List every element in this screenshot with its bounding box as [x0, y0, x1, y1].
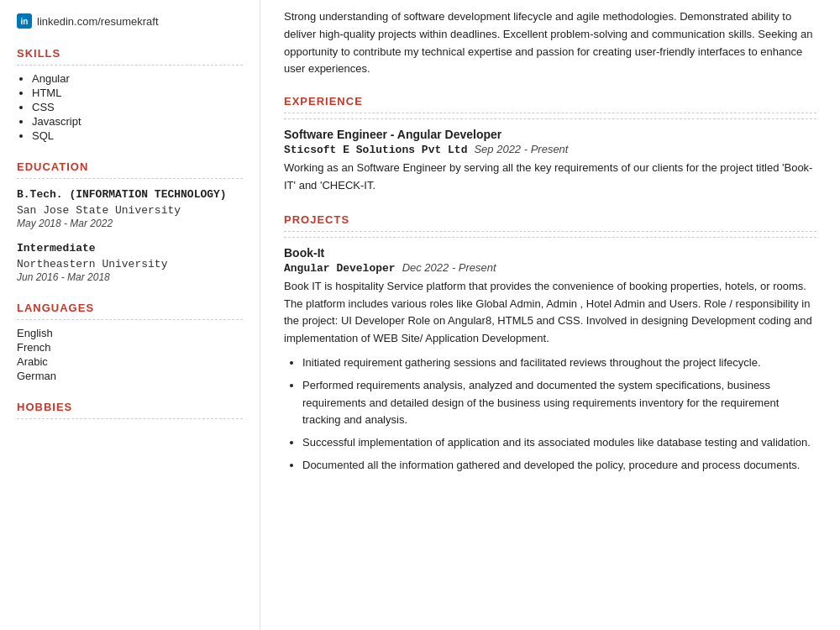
list-item: German [17, 370, 243, 382]
list-item: Documented all the information gathered … [302, 457, 816, 475]
skills-heading: SKILLS [17, 47, 243, 66]
edu-institution: Northeastern University [17, 258, 243, 270]
project-role: Angular Developer [284, 262, 396, 275]
projects-heading: PROJECTS [284, 213, 816, 232]
hobbies-heading: HOBBIES [17, 401, 243, 419]
edu-dates: Jun 2016 - Mar 2018 [17, 271, 243, 283]
edu-dates: May 2018 - Mar 2022 [17, 218, 243, 229]
languages-heading: LANGUAGES [17, 302, 243, 320]
list-item: English [17, 327, 243, 339]
summary-text: Strong understanding of software develop… [284, 8, 816, 78]
divider [284, 237, 816, 238]
education-entry: B.Tech. (INFORMATION TECHNOLOGY) San Jos… [17, 187, 243, 229]
exp-description: Working as an Software Engineer by servi… [284, 160, 816, 195]
project-name: Book-It [284, 246, 816, 260]
sidebar: in linkedin.com/resumekraft SKILLS Angul… [0, 0, 260, 630]
list-item: Angular [32, 72, 243, 85]
education-entry: Intermediate Northeastern University Jun… [17, 241, 243, 283]
project-role-line: Angular Developer Dec 2022 - Present [284, 261, 816, 275]
project-entry: Book-It Angular Developer Dec 2022 - Pre… [284, 246, 816, 475]
list-item: HTML [32, 87, 243, 99]
languages-section: LANGUAGES English French Arabic German [17, 302, 243, 382]
linkedin-row[interactable]: in linkedin.com/resumekraft [17, 13, 243, 29]
list-item: SQL [32, 129, 243, 142]
experience-heading: EXPERIENCE [284, 95, 816, 113]
exp-dates: Sep 2022 - Present [474, 143, 568, 155]
exp-title: Software Engineer - Angular Developer [284, 128, 816, 141]
project-bullets: Initiated requirement gathering sessions… [284, 354, 816, 475]
linkedin-link[interactable]: linkedin.com/resumekraft [37, 15, 159, 28]
experience-section: EXPERIENCE Software Engineer - Angular D… [284, 95, 816, 195]
exp-company-line: Sticsoft E Solutions Pvt Ltd Sep 2022 - … [284, 143, 816, 156]
skills-section: SKILLS Angular HTML CSS Javascript SQL [17, 47, 243, 142]
list-item: CSS [32, 101, 243, 113]
projects-section: PROJECTS Book-It Angular Developer Dec 2… [284, 213, 816, 475]
list-item: Arabic [17, 355, 243, 368]
list-item: Initiated requirement gathering sessions… [302, 354, 816, 372]
project-dates: Dec 2022 - Present [402, 261, 496, 274]
list-item: Successful implementation of application… [302, 434, 816, 452]
exp-company: Sticsoft E Solutions Pvt Ltd [284, 144, 467, 156]
edu-institution: San Jose State University [17, 204, 243, 217]
skills-list: Angular HTML CSS Javascript SQL [17, 72, 243, 142]
list-item: Javascript [32, 115, 243, 128]
languages-list: English French Arabic German [17, 327, 243, 382]
edu-degree: Intermediate [17, 241, 243, 256]
main-content: Strong understanding of software develop… [260, 0, 840, 630]
list-item: French [17, 341, 243, 354]
education-heading: EDUCATION [17, 160, 243, 179]
hobbies-section: HOBBIES [17, 401, 243, 419]
experience-entry: Software Engineer - Angular Developer St… [284, 128, 816, 195]
project-description: Book IT is hospitality Service platform … [284, 278, 816, 348]
divider [284, 118, 816, 119]
linkedin-icon: in [17, 13, 32, 29]
education-section: EDUCATION B.Tech. (INFORMATION TECHNOLOG… [17, 160, 243, 283]
edu-degree: B.Tech. (INFORMATION TECHNOLOGY) [17, 187, 243, 202]
list-item: Performed requirements analysis, analyze… [302, 377, 816, 429]
